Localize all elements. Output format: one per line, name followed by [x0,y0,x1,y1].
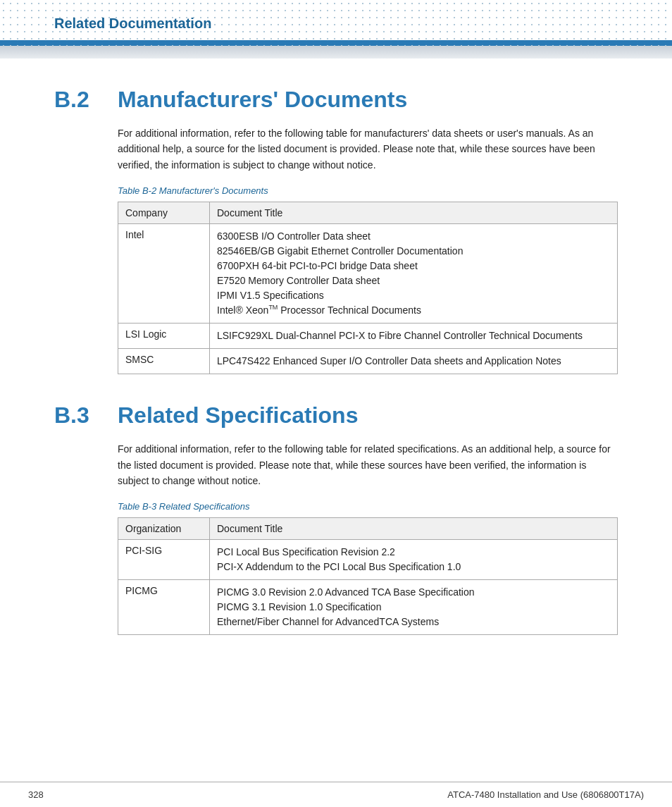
doc-item: PCI-X Addendum to the PCI Local Bus Spec… [217,560,610,574]
section-b3-number: B.3 [54,402,118,429]
page-number: 328 [28,789,44,800]
company-intel: Intel [118,224,210,324]
doc-item: PICMG 3.1 Revision 1.0 Specification [217,600,610,615]
doc-item: Ethernet/Fiber Channel for AdvancedTCA S… [217,615,610,629]
pci-sig-documents: PCI Local Bus Specification Revision 2.2… [210,540,618,580]
org-pci-sig: PCI-SIG [118,540,210,580]
table-header-row: Company Document Title [118,202,618,224]
col-document-title: Document Title [210,202,618,224]
header: Related Documentation [0,0,672,58]
table-b3-caption: Table B-3 Related Specifications [118,501,618,512]
specifications-table: Organization Document Title PCI-SIG PCI … [118,517,618,635]
table-row: LSI Logic LSIFC929XL Dual-Channel PCI-X … [118,324,618,349]
smsc-documents: LPC47S422 Enhanced Super I/O Controller … [210,349,618,374]
doc-item: PCI Local Bus Specification Revision 2.2 [217,545,610,560]
page-title: Related Documentation [54,16,211,31]
doc-item: E7520 Memory Controller Data sheet [217,273,610,288]
table-b2-caption: Table B-2 Manufacturer's Documents [118,185,618,196]
document-title: ATCA-7480 Installation and Use (6806800T… [447,789,644,800]
company-lsi: LSI Logic [118,324,210,349]
header-title-bar: Related Documentation [0,7,672,37]
col-document-title: Document Title [210,518,618,540]
intel-documents: 6300ESB I/O Controller Data sheet 82546E… [210,224,618,324]
doc-item: 6300ESB I/O Controller Data sheet [217,229,610,244]
picmg-documents: PICMG 3.0 Revision 2.0 Advanced TCA Base… [210,580,618,635]
lsi-documents: LSIFC929XL Dual-Channel PCI-X to Fibre C… [210,324,618,349]
section-b2-heading: B.2 Manufacturers' Documents [54,87,618,113]
table-row: Intel 6300ESB I/O Controller Data sheet … [118,224,618,324]
section-b3-heading: B.3 Related Specifications [54,402,618,429]
doc-item: 6700PXH 64-bit PCI-to-PCI bridge Data sh… [217,259,610,273]
company-smsc: SMSC [118,349,210,374]
manufacturers-table: Company Document Title Intel 6300ESB I/O… [118,202,618,374]
section-b2-description: For additional information, refer to the… [118,125,618,173]
section-b3: B.3 Related Specifications For additiona… [54,402,618,635]
doc-item: IPMI V1.5 Specifications [217,288,610,303]
table-row: PICMG PICMG 3.0 Revision 2.0 Advanced TC… [118,580,618,635]
section-b3-description: For additional information, refer to the… [118,441,618,488]
main-content: B.2 Manufacturers' Documents For additio… [0,58,672,706]
section-b2-number: B.2 [54,87,118,113]
section-b3-title: Related Specifications [118,402,358,429]
section-b2-title: Manufacturers' Documents [118,87,407,113]
trademark-sup: TM [268,304,278,312]
footer: 328 ATCA-7480 Installation and Use (6806… [0,782,672,807]
doc-item: 82546EB/GB Gigabit Ethernet Controller D… [217,244,610,259]
doc-item-xeon: Intel® XeonTM Processor Technical Docume… [217,303,610,318]
doc-item: PICMG 3.0 Revision 2.0 Advanced TCA Base… [217,585,610,600]
doc-item: LPC47S422 Enhanced Super I/O Controller … [217,354,610,369]
section-b2: B.2 Manufacturers' Documents For additio… [54,87,618,374]
col-organization: Organization [118,518,210,540]
col-company: Company [118,202,210,224]
table-row: SMSC LPC47S422 Enhanced Super I/O Contro… [118,349,618,374]
table-header-row: Organization Document Title [118,518,618,540]
table-row: PCI-SIG PCI Local Bus Specification Revi… [118,540,618,580]
doc-item: LSIFC929XL Dual-Channel PCI-X to Fibre C… [217,328,610,343]
org-picmg: PICMG [118,580,210,635]
